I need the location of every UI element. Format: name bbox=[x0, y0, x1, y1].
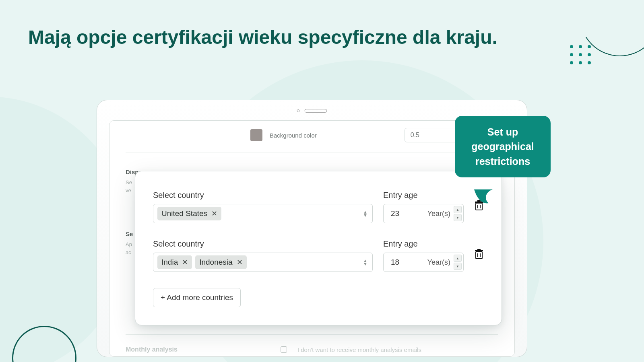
geo-rule-row: Select country India ✕ Indonesia ✕ ▲▼ En… bbox=[153, 239, 484, 272]
number-spinner[interactable]: ▲▼ bbox=[454, 206, 462, 221]
page-title: Mają opcje certyfikacji wieku specyficzn… bbox=[28, 26, 497, 48]
svg-rect-9 bbox=[477, 249, 481, 250]
select-country-label: Select country bbox=[153, 239, 373, 249]
background-color-swatch[interactable] bbox=[250, 129, 262, 141]
dropdown-caret-icon[interactable]: ▲▼ bbox=[363, 259, 367, 265]
number-spinner[interactable]: ▲▼ bbox=[454, 255, 462, 270]
country-chip-label: Indonesia bbox=[199, 258, 232, 267]
monthly-analysis-row: Monthly analysis I don't want to receive… bbox=[126, 334, 498, 353]
add-more-countries-button[interactable]: + Add more countries bbox=[153, 288, 241, 307]
entry-age-input[interactable]: 18 Year(s) ▲▼ bbox=[383, 253, 464, 272]
svg-rect-5 bbox=[476, 252, 482, 259]
svg-rect-8 bbox=[475, 250, 483, 251]
background-color-label: Background color bbox=[270, 132, 317, 139]
remove-chip-icon[interactable]: ✕ bbox=[237, 259, 243, 266]
geo-rule-row: Select country United States ✕ ▲▼ Entry … bbox=[153, 191, 484, 223]
remove-chip-icon[interactable]: ✕ bbox=[182, 259, 188, 266]
country-chip: United States ✕ bbox=[157, 207, 221, 220]
monthly-analysis-title: Monthly analysis bbox=[126, 346, 178, 353]
geo-restrictions-modal: Select country United States ✕ ▲▼ Entry … bbox=[135, 171, 502, 325]
select-country-label: Select country bbox=[153, 191, 373, 200]
background-opacity-input[interactable]: 0.5 bbox=[405, 128, 461, 142]
monthly-optout-checkbox[interactable] bbox=[281, 346, 287, 353]
age-value: 23 bbox=[391, 209, 399, 218]
country-chip-label: United States bbox=[161, 209, 207, 218]
monthly-optout-label: I don't want to receive monthly analysis… bbox=[297, 346, 421, 353]
entry-age-label: Entry age bbox=[383, 239, 464, 249]
callout-text: Set up geographical restrictions bbox=[471, 126, 534, 167]
entry-age-label: Entry age bbox=[383, 191, 464, 200]
delete-rule-button[interactable] bbox=[474, 249, 484, 260]
device-camera-icon bbox=[297, 109, 327, 113]
country-chip-label: India bbox=[161, 258, 178, 267]
setup-callout: Set up geographical restrictions bbox=[455, 116, 551, 177]
entry-age-input[interactable]: 23 Year(s) ▲▼ bbox=[383, 204, 464, 223]
dropdown-caret-icon[interactable]: ▲▼ bbox=[363, 211, 367, 216]
remove-chip-icon[interactable]: ✕ bbox=[211, 210, 217, 217]
age-value: 18 bbox=[391, 258, 399, 267]
trash-icon bbox=[474, 249, 484, 260]
country-select[interactable]: United States ✕ ▲▼ bbox=[153, 204, 373, 223]
country-select[interactable]: India ✕ Indonesia ✕ ▲▼ bbox=[153, 253, 373, 272]
country-chip: Indonesia ✕ bbox=[195, 255, 246, 269]
country-chip: India ✕ bbox=[157, 255, 192, 269]
age-unit-label: Year(s) bbox=[427, 258, 450, 267]
decor-dots-icon bbox=[570, 45, 592, 64]
age-unit-label: Year(s) bbox=[427, 210, 450, 218]
